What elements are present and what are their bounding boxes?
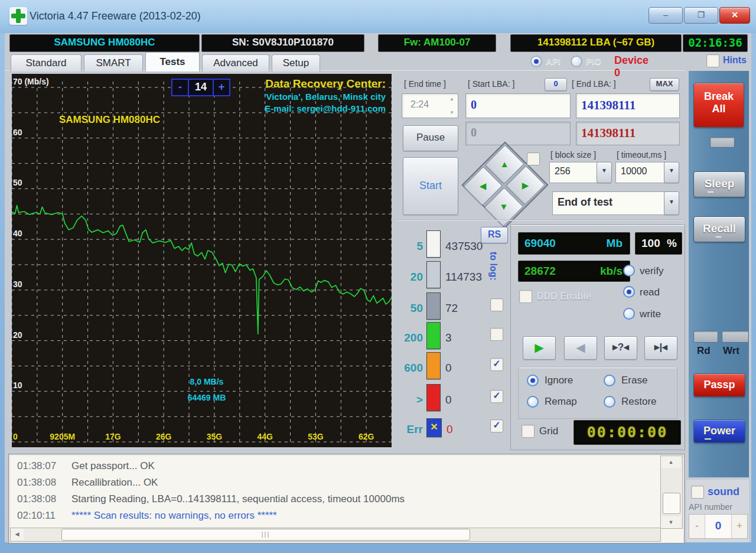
scale-plus-button[interactable]: + (213, 80, 229, 95)
verify-radio[interactable] (623, 265, 635, 276)
rs-button[interactable]: RS (481, 227, 508, 243)
tab-tests[interactable]: Tests (145, 52, 200, 71)
hscroll-thumb[interactable]: ||| (61, 529, 470, 541)
remap-radio[interactable] (527, 396, 539, 408)
api-minus-button[interactable]: - (689, 515, 705, 538)
log-checkbox-50[interactable] (490, 298, 503, 311)
timeout-drop-icon[interactable]: ▼ (664, 162, 679, 183)
sidebar: Break All Sleep Recall Rd Wrt Passp Powe… (689, 71, 749, 477)
vscroll-thumb[interactable] (663, 493, 680, 514)
tab-smart[interactable]: SMART (84, 54, 143, 71)
start-lba-current: 0 (465, 122, 571, 145)
recall-button[interactable]: Recall (693, 216, 745, 242)
pause-button[interactable]: Pause (403, 125, 458, 151)
clock-display: 02:16:36 (683, 34, 748, 52)
scroll-down-icon[interactable]: ▼ (661, 516, 681, 528)
break-all-button[interactable]: Break All (693, 83, 744, 128)
histogram-swatch-err: ✕ (426, 418, 442, 437)
passp-button[interactable]: Passp (693, 373, 745, 397)
start-lba-zero-button[interactable]: 0 (545, 78, 567, 91)
svg-text:17G: 17G (105, 432, 121, 441)
end-time-up-icon[interactable]: ▲ (449, 96, 454, 102)
ignore-radio[interactable] (527, 375, 539, 386)
tab-setup[interactable]: Setup (272, 54, 320, 71)
scan-back-button[interactable]: ◀ (564, 336, 597, 360)
sleep-button[interactable]: Sleep (693, 171, 745, 197)
pio-radio[interactable] (571, 56, 582, 67)
log-row: 02:10:11***** Scan results: no warnings,… (17, 510, 277, 522)
seek-end-button[interactable]: ▸|◂ (644, 336, 677, 360)
block-size-label: [ block size ] (550, 150, 596, 160)
grid-checkbox[interactable] (522, 425, 535, 438)
start-button[interactable]: Start (403, 157, 458, 215)
scroll-up-icon[interactable]: ▲ (661, 456, 681, 468)
end-action-value: End of test (552, 191, 665, 215)
window-frame: Victoria 4.47 Freeware (2013-02-20) – ❐ … (0, 0, 756, 553)
histogram-label-200: 200 (396, 331, 423, 344)
hints-checkbox[interactable] (706, 54, 719, 67)
log-checkbox-over[interactable]: ✓ (490, 390, 503, 403)
read-activity-indicator (693, 331, 718, 343)
api-number-value: 0 (705, 515, 731, 538)
max-lba-button[interactable]: MAX (650, 78, 679, 91)
histogram-label-over: > (396, 393, 423, 406)
end-action-drop-icon[interactable]: ▼ (664, 191, 679, 215)
log-checkbox-err[interactable]: ✓ (490, 419, 503, 432)
power-accel-underline (705, 438, 711, 440)
api-radio[interactable] (530, 56, 542, 67)
block-size-combo[interactable]: 256 ▼ (549, 162, 612, 183)
write-radio[interactable] (623, 308, 635, 320)
tab-advanced[interactable]: Advanced (202, 54, 269, 71)
log-checkbox-200[interactable] (490, 328, 503, 341)
maximize-button[interactable]: ❐ (684, 7, 718, 24)
ddd-enable-checkbox[interactable] (519, 290, 532, 303)
power-button[interactable]: Power (693, 419, 745, 443)
read-radio[interactable] (623, 286, 635, 298)
timeout-combo[interactable]: 10000 ▼ (615, 162, 679, 183)
scan-play-button[interactable]: ▶ (523, 336, 556, 360)
block-size-drop-icon[interactable]: ▼ (597, 162, 612, 183)
erase-radio[interactable] (604, 375, 615, 386)
svg-text:26G: 26G (156, 432, 172, 441)
scale-minus-button[interactable]: - (172, 80, 189, 95)
ddd-enable-label: DDD Enable (537, 291, 591, 302)
minimize-button[interactable]: – (649, 7, 683, 24)
close-button[interactable]: ✕ (719, 7, 750, 24)
end-time-label: [ End time ] (404, 79, 446, 89)
log-vscrollbar[interactable]: ▲ ▼ (660, 456, 683, 529)
banner-line1: Data Recovery Center: (265, 77, 386, 90)
scroll-left-icon[interactable]: ◀ (11, 528, 24, 540)
log-text: ***** Scan results: no warnings, no erro… (71, 510, 277, 521)
log-text: Recallibration... OK (71, 477, 158, 488)
title-bar: Victoria 4.47 Freeware (2013-02-20) – ❐ … (0, 0, 756, 33)
sound-checkbox[interactable] (691, 486, 704, 499)
defect-action-group: Ignore Remap Erase Restore (518, 367, 677, 419)
scan-status-panel: 69040 Mb 100 % 28672 kb/s DDD Enable ver… (510, 225, 685, 450)
histogram-label-20: 20 (396, 271, 423, 284)
drive-model: SAMSUNG HM080HC (9, 34, 200, 52)
end-lba-input[interactable]: 141398111 (576, 93, 680, 118)
log-checkbox-600[interactable]: ✓ (490, 358, 503, 371)
tab-standard[interactable]: Standard (11, 54, 82, 71)
start-lba-input[interactable]: 0 (465, 93, 571, 118)
end-lba-current: 141398111 (576, 122, 680, 145)
end-time-spinner[interactable]: 2:24 ▲ ▼ (402, 93, 458, 118)
log-hscrollbar[interactable]: ◀ ||| (10, 528, 661, 542)
break-all-label-1: Break (694, 90, 744, 103)
nav-option-checkbox[interactable] (527, 152, 540, 165)
end-time-down-icon[interactable]: ▼ (449, 110, 454, 115)
verify-label: verify (640, 265, 664, 277)
seek-error-button[interactable]: ▸?◂ (604, 336, 637, 360)
histogram-label-50: 50 (396, 302, 423, 315)
recall-accel-underline (716, 236, 721, 238)
nav-down-icon: ▼ (491, 193, 517, 220)
restore-radio[interactable] (604, 396, 615, 408)
end-action-combo[interactable]: End of test ▼ (552, 191, 679, 215)
window-title: Victoria 4.47 Freeware (2013-02-20) (30, 10, 201, 22)
svg-text:20: 20 (13, 330, 22, 340)
api-plus-button[interactable]: + (731, 515, 747, 538)
speed-graph-panel: 70 (Mb/s)60504030201009205M17G26G35G44G5… (12, 74, 392, 447)
check-icon: ✓ (493, 359, 500, 369)
svg-text:53G: 53G (308, 432, 324, 441)
log-time: 01:38:08 (17, 493, 71, 505)
